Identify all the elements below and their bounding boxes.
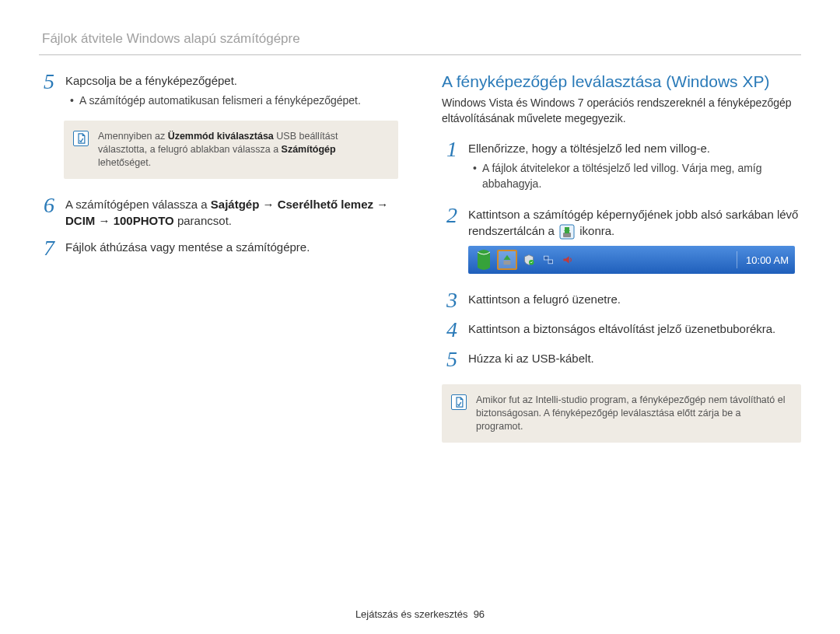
safely-remove-hardware-icon — [559, 224, 575, 240]
note-text: Amikor fut az Intelli-studio program, a … — [476, 394, 790, 433]
page-header-title: Fájlok átvitele Windows alapú számítógép… — [42, 31, 801, 47]
section-heading: A fényképezőgép leválasztása (Windows XP… — [442, 72, 801, 91]
step: 5 Húzza ki az USB-kábelt. — [442, 347, 801, 370]
page-footer: Lejátszás és szerkesztés 96 — [0, 608, 840, 620]
step-number: 2 — [442, 203, 457, 240]
note-bold: Számítógép — [282, 144, 336, 155]
right-column: A fényképezőgép leválasztása (Windows XP… — [442, 69, 801, 457]
tray-shield-icon — [521, 252, 537, 268]
svg-rect-6 — [548, 260, 553, 264]
note-icon — [451, 394, 467, 410]
step-text: Kattintson a biztonságos eltávolítást je… — [468, 317, 801, 341]
note-bold: Üzemmód kiválasztása — [168, 131, 274, 142]
header-divider — [39, 54, 801, 55]
step-text: Ellenőrizze, hogy a töltésjelző led nem … — [468, 137, 801, 196]
step-number: 3 — [442, 288, 457, 311]
bullet-item: A számítógép automatikusan felismeri a f… — [65, 93, 398, 108]
tray-divider — [737, 251, 737, 268]
footer-section: Lejátszás és szerkesztés — [355, 608, 468, 620]
step: 7 Fájlok áthúzása vagy mentése a számító… — [39, 236, 398, 259]
step-text: Fájlok áthúzása vagy mentése a számítógé… — [65, 236, 398, 259]
step-number: 4 — [442, 317, 457, 341]
step-number: 1 — [442, 137, 457, 196]
bullet-list: A számítógép automatikusan felismeri a f… — [65, 89, 398, 113]
start-button-icon — [474, 249, 493, 271]
svg-rect-5 — [544, 257, 548, 261]
step: 5 Kapcsolja be a fényképezőgépet. A szám… — [39, 69, 398, 113]
step-text: A számítógépen válassza a Sajátgép → Cse… — [65, 193, 398, 230]
step: 3 Kattintson a felugró üzenetre. — [442, 288, 801, 311]
step-text: Kattintson a felugró üzenetre. — [468, 288, 801, 311]
content-columns: 5 Kapcsolja be a fényképezőgépet. A szám… — [39, 69, 801, 457]
bullet-item: A fájlok átvitelekor a töltésjelző led v… — [468, 160, 801, 192]
step-number: 7 — [39, 236, 54, 259]
tray-network-icon — [541, 252, 556, 268]
step-text: Kapcsolja be a fényképezőgépet. A számít… — [65, 69, 398, 113]
note-fragment: lehetőséget. — [98, 157, 151, 168]
step-number: 5 — [442, 347, 457, 370]
tray-safely-remove-icon — [497, 250, 517, 270]
step-fragment: ikonra. — [579, 224, 614, 237]
step-number: 5 — [39, 69, 54, 113]
step-text: Húzza ki az USB-kábelt. — [468, 347, 801, 370]
note-box: Amennyiben az Üzemmód kiválasztása USB b… — [64, 121, 398, 179]
step: 6 A számítógépen válassza a Sajátgép → C… — [39, 193, 398, 230]
step: 1 Ellenőrizze, hogy a töltésjelző led ne… — [442, 137, 801, 196]
tray-left-group — [474, 249, 576, 271]
step-number: 6 — [39, 193, 54, 230]
step-fragment: Kattintson a számítógép képernyőjének jo… — [468, 208, 798, 238]
note-icon — [73, 131, 89, 146]
tray-volume-icon — [560, 252, 576, 268]
svg-rect-3 — [504, 261, 511, 264]
left-column: 5 Kapcsolja be a fényképezőgépet. A szám… — [39, 69, 398, 457]
step-fragment: A számítógépen válassza a — [65, 198, 211, 211]
step-text: Kattintson a számítógép képernyőjének jo… — [468, 203, 801, 240]
note-text: Amennyiben az Üzemmód kiválasztása USB b… — [98, 130, 387, 170]
footer-page-number: 96 — [474, 608, 485, 620]
bullet-list: A fájlok átvitelekor a töltésjelző led v… — [468, 157, 801, 197]
step-fragment: parancsot. — [174, 214, 232, 227]
tray-right-group: 10:00 AM — [732, 251, 789, 268]
note-box: Amikor fut az Intelli-studio program, a … — [442, 384, 801, 443]
step: 2 Kattintson a számítógép képernyőjének … — [442, 203, 801, 240]
step: 4 Kattintson a biztonságos eltávolítást … — [442, 317, 801, 341]
taskbar-screenshot: 10:00 AM — [468, 246, 795, 274]
note-fragment: Amennyiben az — [98, 131, 168, 142]
taskbar-clock: 10:00 AM — [746, 254, 789, 266]
step-main-text: Kapcsolja be a fényképezőgépet. — [65, 74, 237, 87]
step-main-text: Ellenőrizze, hogy a töltésjelző led nem … — [468, 142, 710, 155]
section-intro: Windows Vista és Windows 7 operációs ren… — [442, 96, 801, 126]
